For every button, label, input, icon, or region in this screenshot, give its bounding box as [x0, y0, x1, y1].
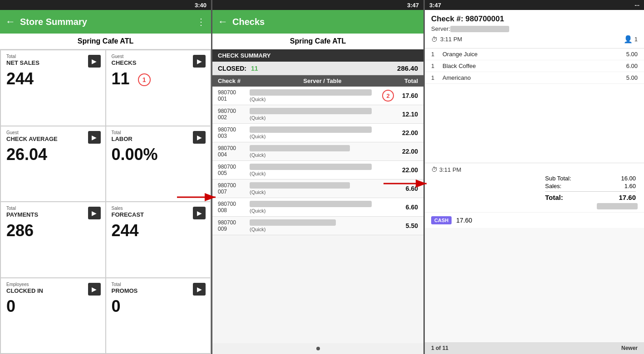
- check-server-bar-6: [250, 201, 372, 207]
- checks-list: 980700001 (Quick) 2 17.60 980700002 (Qui…: [212, 87, 423, 343]
- card-labor[interactable]: Total LABOR ▶ 0.00%: [106, 126, 211, 202]
- card-forecast[interactable]: Sales FORECAST ▶ 244: [106, 202, 211, 277]
- check-row-0[interactable]: 980700001 (Quick) 2 17.60: [212, 87, 423, 105]
- detail-server-redacted2: [597, 203, 638, 209]
- footer-newer[interactable]: Newer: [621, 345, 638, 351]
- check-server-bar-5: [250, 182, 350, 189]
- check-row-1[interactable]: 980700002 (Quick) 12.10: [212, 105, 423, 124]
- check-detail-panel: 3:47 ··· Check #: 980700001 Server: ⏱ 3:…: [425, 0, 644, 354]
- check-server-bar-7: [250, 219, 336, 226]
- promos-arrow[interactable]: ▶: [193, 283, 206, 296]
- total-divider: [545, 191, 636, 192]
- detail-time-left: ⏱ 3:11 PM: [431, 36, 462, 43]
- pagination-dot: [316, 347, 320, 350]
- check-num-4: 980700005: [218, 164, 250, 176]
- store-header: ← Store Summary ⋮: [0, 10, 211, 34]
- check-num-7: 980700009: [218, 219, 250, 232]
- check-summary-header: CHECK SUMMARY: [212, 49, 423, 62]
- net-sales-arrow[interactable]: ▶: [88, 55, 101, 68]
- check-total-0: 17.60: [393, 92, 418, 99]
- status-bar-panel2: 3:47: [212, 0, 423, 10]
- footer-page: 1 of 11: [431, 345, 448, 351]
- store-name-panel1: Spring Cafe ATL: [0, 34, 211, 49]
- card-payments[interactable]: Total PAYMENTS ▶ 286: [1, 202, 105, 277]
- check-total-1: 12.10: [393, 111, 418, 118]
- check-server-bar-2: [250, 126, 372, 133]
- sales-row: Sales: 1.60: [545, 183, 636, 189]
- item-qty-2: 1: [431, 74, 442, 81]
- check-row-5[interactable]: 980700007 (Quick) 6.60: [212, 179, 423, 198]
- back-button-panel2[interactable]: ←: [218, 16, 228, 28]
- check-total-6: 6.60: [393, 204, 418, 211]
- check-num-6: 980700008: [218, 201, 250, 213]
- detail-item-0: 1 Orange Juice 5.00: [425, 48, 644, 60]
- check-avg-arrow[interactable]: ▶: [88, 131, 101, 144]
- clocked-in-arrow[interactable]: ▶: [88, 283, 101, 296]
- server-name-redacted: [450, 26, 509, 32]
- status-time-panel2: 3:47: [407, 2, 419, 9]
- check-num-1: 980700002: [218, 108, 250, 121]
- item-name-0: Orange Juice: [442, 51, 610, 58]
- check-total-3: 22.00: [393, 148, 418, 155]
- status-time-panel1: 3:40: [195, 2, 206, 9]
- detail-spacer: [425, 228, 644, 342]
- net-sales-label-main: NET SALES: [6, 59, 100, 67]
- forecast-arrow[interactable]: ▶: [193, 207, 206, 219]
- check-server-2: (Quick): [250, 126, 393, 139]
- sub-total-label: Sub Total:: [545, 175, 571, 182]
- check-avg-value: 26.04: [6, 145, 100, 164]
- card-check-avg[interactable]: Guest CHECK AVERAGE ▶ 26.04: [1, 126, 105, 202]
- col-total: Total: [404, 78, 418, 84]
- card-guest-checks[interactable]: Guest CHECKS ▶ 11 1: [106, 50, 211, 126]
- clock-icon: ⏱: [431, 36, 438, 43]
- check-quick-3: (Quick): [250, 152, 393, 158]
- check-server-5: (Quick): [250, 182, 393, 195]
- forecast-label-top: Sales: [112, 206, 205, 211]
- check-total-2: 22.00: [393, 129, 418, 136]
- subtotal-row: Sub Total: 16.00: [545, 175, 636, 182]
- detail-items-table: 1 Orange Juice 5.00 1 Black Coffee 6.00 …: [425, 48, 644, 163]
- guest-checks-label-top: Guest: [112, 54, 205, 59]
- guest-checks-value: 11 1: [112, 69, 205, 88]
- guest-checks-label-main: CHECKS: [112, 59, 205, 67]
- forecast-value: 244: [112, 221, 205, 240]
- clocked-in-value: 0: [6, 297, 100, 316]
- net-sales-label-top: Total: [6, 54, 100, 59]
- closed-label: CLOSED: 11: [218, 65, 258, 72]
- detail-guest-icon: 👤 1: [624, 35, 638, 44]
- check-row-2[interactable]: 980700003 (Quick) 22.00: [212, 124, 423, 142]
- sub-total-val: 16.00: [621, 175, 636, 182]
- server-label: Server:: [431, 25, 450, 32]
- labor-arrow[interactable]: ▶: [193, 131, 206, 144]
- check-server-bar-3: [250, 145, 350, 151]
- item-price-0: 5.00: [610, 51, 638, 58]
- card-net-sales[interactable]: Total NET SALES ▶ 244: [1, 50, 105, 126]
- item-price-2: 5.00: [610, 74, 638, 81]
- check-row-3[interactable]: 980700004 (Quick) 22.00: [212, 142, 423, 161]
- check-server-7: (Quick): [250, 219, 393, 232]
- check-server-6: (Quick): [250, 201, 393, 213]
- check-row-4[interactable]: 980700005 (Quick) 22.00: [212, 161, 423, 179]
- detail-time-row: ⏱ 3:11 PM 👤 1: [431, 35, 638, 45]
- item-price-1: 6.00: [610, 63, 638, 69]
- detail-menu-dots[interactable]: ···: [634, 2, 639, 9]
- check-row-6[interactable]: 980700008 (Quick) 6.60: [212, 198, 423, 217]
- detail-payment-row: CASH 17.60: [425, 212, 644, 228]
- store-cards-grid: Total NET SALES ▶ 244 Guest CHECKS ▶ 11 …: [0, 49, 211, 354]
- total-label: Total:: [545, 194, 563, 201]
- total-val: 17.60: [619, 194, 636, 201]
- check-quick-0: (Quick): [250, 97, 393, 102]
- check-row-7[interactable]: 980700009 (Quick) 5.50: [212, 217, 423, 235]
- menu-dots-panel1[interactable]: ⋮: [197, 16, 206, 27]
- check-quick-4: (Quick): [250, 171, 393, 176]
- detail-time-row2: ⏱ 3:11 PM: [431, 166, 638, 173]
- guest-checks-arrow[interactable]: ▶: [193, 55, 206, 68]
- card-promos[interactable]: Total PROMOS ▶ 0: [106, 278, 211, 354]
- clock-icon-2: ⏱: [431, 166, 438, 173]
- payments-value: 286: [6, 221, 100, 240]
- payments-arrow[interactable]: ▶: [88, 207, 101, 219]
- item-qty-0: 1: [431, 51, 442, 58]
- back-button-panel1[interactable]: ←: [5, 16, 15, 28]
- card-clocked-in[interactable]: Employees CLOCKED IN ▶ 0: [1, 278, 105, 354]
- forecast-label-main: FORECAST: [112, 211, 205, 218]
